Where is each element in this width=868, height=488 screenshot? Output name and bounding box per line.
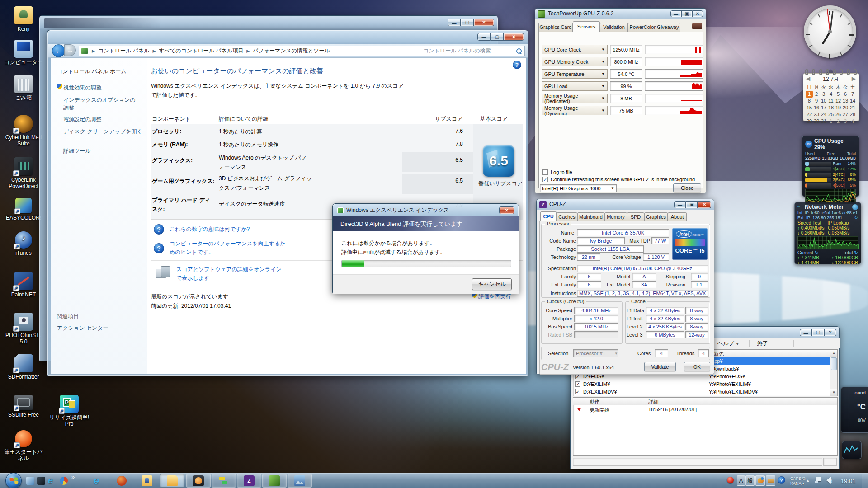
rerun-assessment-link[interactable]: 評価を再実行	[472, 293, 511, 300]
calendar-day[interactable]: 20	[842, 104, 849, 111]
calendar-day[interactable]: 4	[849, 118, 856, 125]
close-button[interactable]: ✕	[504, 33, 524, 41]
calendar-day[interactable]: 27	[842, 111, 849, 118]
calendar-day[interactable]: 21	[849, 104, 856, 111]
calendar-day[interactable]: 22	[806, 111, 813, 118]
breadcrumb-item[interactable]: すべてのコントロール パネル項目	[159, 47, 243, 55]
sensor-label[interactable]: GPU Load▼	[542, 81, 608, 91]
refresh-icon[interactable]: ↻	[854, 250, 858, 255]
sensor-label[interactable]: GPU Core Clock▼	[542, 45, 608, 54]
tab-graphics-card[interactable]: Graphics Card	[538, 23, 573, 32]
desktop-icon-fudeoh[interactable]: ↗ 筆王スタートパネル	[2, 430, 45, 461]
calendar-day[interactable]: 13	[842, 98, 849, 104]
menu-help[interactable]: ヘルプ ▼	[717, 340, 739, 347]
taskbar-button-cpuz[interactable]: Z	[237, 474, 261, 488]
calendar-day[interactable]: 28	[849, 111, 856, 118]
sidebar-item-visual-effects[interactable]: 視覚効果の調整	[57, 84, 102, 92]
close-app-button[interactable]: Close	[673, 183, 701, 192]
screenshot-camera-icon[interactable]	[692, 23, 702, 29]
calendar-day[interactable]: 1	[827, 118, 835, 125]
close-button[interactable]: ✕	[692, 10, 703, 17]
calendar-day[interactable]: 10	[820, 98, 827, 104]
ip-lookup-link[interactable]: IP Lookup	[827, 220, 849, 225]
gpu-select-dropdown[interactable]: Intel(R) HD Graphics 4000▼	[540, 184, 617, 192]
scroll-down-icon[interactable]: ▼	[830, 389, 837, 396]
sidebar-item-home[interactable]: コントロール パネル ホーム	[57, 68, 126, 75]
calendar-day[interactable]: 15	[806, 104, 813, 111]
checkbox-checked[interactable]: ✓	[542, 177, 548, 182]
restore-button[interactable]: ▣	[686, 201, 698, 208]
calendar-day[interactable]: 30	[813, 118, 820, 125]
breadcrumb-item[interactable]: コントロール パネル	[98, 47, 150, 55]
taskbar-button-app-red[interactable]	[109, 474, 134, 488]
ime-general-icon[interactable]: 般	[745, 475, 755, 486]
taskbar-button-ie[interactable]: e	[84, 474, 108, 488]
forward-button[interactable]: →	[64, 44, 76, 56]
sensor-label[interactable]: GPU Temperature▼	[542, 69, 608, 79]
calendar-day[interactable]: 12	[835, 98, 842, 104]
scroll-up-icon[interactable]: ▲	[830, 350, 837, 357]
online-details-link[interactable]: スコアとソフトウェアの詳細をオンラインで表示します	[176, 265, 285, 282]
tab-spd[interactable]: SPD	[627, 212, 644, 221]
close-button[interactable]: ✕	[499, 206, 514, 214]
processor-select-dropdown[interactable]: Processor #1▼	[573, 349, 618, 357]
calendar-prev-icon[interactable]: ◀	[806, 75, 810, 82]
scroll-thumb[interactable]	[831, 357, 837, 370]
ime-toolbox-icon[interactable]	[766, 475, 775, 486]
refresh-icon[interactable]: ↻	[815, 250, 819, 255]
ok-button[interactable]: OK	[684, 362, 710, 371]
checkbox-unchecked[interactable]	[542, 169, 548, 175]
tray-expand-icon[interactable]: ▲	[806, 478, 810, 483]
tab-graphics[interactable]: Graphics	[644, 212, 668, 221]
calendar-day[interactable]: 3	[842, 118, 849, 125]
calendar-day[interactable]: 31	[820, 118, 827, 125]
quicklaunch-show-desktop-icon[interactable]	[26, 477, 34, 485]
minimize-button[interactable]: ▬	[800, 329, 812, 336]
clock-time[interactable]: 19:01	[841, 478, 856, 484]
calendar-day[interactable]: 16	[813, 104, 820, 111]
ime-palette-icon[interactable]	[755, 475, 765, 486]
close-button[interactable]: ✕	[824, 329, 836, 336]
search-input[interactable]: コントロール パネルの検索	[420, 46, 525, 56]
maximize-button[interactable]: ▢	[461, 19, 474, 26]
log-column-detail[interactable]: 詳細	[648, 399, 658, 405]
taskbar-button-photo-app[interactable]	[288, 474, 312, 488]
cancel-button[interactable]: キャンセル	[472, 278, 512, 290]
tab-cpu[interactable]: CPU	[540, 211, 557, 221]
sidebar-item-action-center[interactable]: アクション センター	[57, 324, 108, 332]
calendar-day[interactable]: 2	[835, 118, 842, 125]
close-button[interactable]: ✕	[698, 201, 711, 208]
desktop-icon-resize-pro[interactable]: P↗ リサイズ超簡単! Pro	[44, 395, 94, 427]
quicklaunch-console-icon[interactable]	[37, 477, 45, 485]
tab-about[interactable]: About	[668, 212, 687, 221]
refresh-icon[interactable]: ↻	[854, 215, 858, 220]
calendar-day[interactable]: 24	[820, 111, 827, 118]
calendar-day[interactable]: 29	[806, 118, 813, 125]
tray-alert-icon[interactable]	[727, 477, 734, 483]
ime-mode-icon[interactable]: A	[737, 475, 745, 486]
calendar-day[interactable]: 4	[827, 91, 835, 98]
network-meter-gadget[interactable]: ᭷ Network Meter Int. IP: fe80::e9af:1ae6…	[794, 202, 861, 264]
help-link-row[interactable]: ? これらの数字の意味は何ですか?	[154, 224, 250, 235]
start-button[interactable]	[5, 473, 22, 488]
maximize-button[interactable]: ▢	[812, 329, 824, 336]
tab-caches[interactable]: Caches	[557, 212, 577, 221]
validate-button[interactable]: Validate	[644, 362, 676, 371]
sensor-label[interactable]: Memory Usage (Dedicated)▼	[542, 94, 608, 103]
tab-validation[interactable]: Validation	[600, 23, 628, 32]
ime-help-icon[interactable]: ?	[778, 476, 785, 484]
network-tray-icon[interactable]	[815, 477, 822, 483]
menu-exit[interactable]: 終了	[757, 340, 768, 347]
calendar-day[interactable]: 19	[835, 104, 842, 111]
calendar-day[interactable]: 14	[849, 98, 856, 104]
volume-tray-icon[interactable]: )	[826, 477, 832, 485]
minimize-button[interactable]: ▬	[448, 19, 461, 26]
minimize-button[interactable]: ▬	[477, 33, 491, 41]
calendar-day[interactable]: 3	[820, 91, 827, 98]
calendar-day[interactable]: 11	[827, 98, 835, 104]
calendar-day[interactable]: 17	[820, 104, 827, 111]
quicklaunch-ie-icon[interactable]: e	[48, 475, 57, 486]
tab-sensors[interactable]: Sensors	[573, 21, 600, 32]
taskbar-button-sync-tool[interactable]	[212, 474, 236, 488]
sidebar-item-index-options[interactable]: インデックスのオプションの調整	[63, 96, 140, 112]
